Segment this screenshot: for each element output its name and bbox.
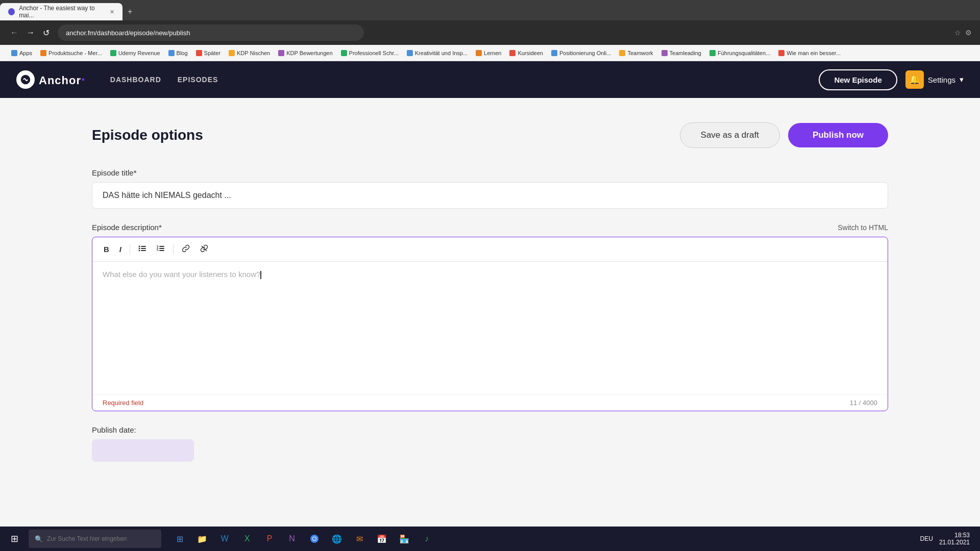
tab-title: Anchor - The easiest way to mai... bbox=[19, 5, 106, 19]
bookmark-4[interactable]: Später bbox=[193, 49, 224, 57]
taskbar-search-input[interactable] bbox=[47, 535, 149, 542]
page-header: Episode options Save as a draft Publish … bbox=[92, 122, 888, 148]
settings-icon: 🔔 bbox=[905, 70, 924, 89]
bookmark-button[interactable]: ☆ bbox=[954, 29, 961, 37]
publish-date-input[interactable] bbox=[92, 439, 194, 462]
svg-text:3.: 3. bbox=[157, 248, 159, 252]
italic-button[interactable]: I bbox=[115, 243, 126, 256]
bookmark-11[interactable]: Positionierung Onli... bbox=[548, 49, 615, 57]
logo-text: Anchor· bbox=[39, 71, 86, 88]
settings-label: Settings bbox=[928, 76, 955, 84]
taskbar-app-store[interactable]: 🏪 bbox=[394, 529, 414, 549]
nav-links: DASHBOARD EPISODES bbox=[110, 76, 218, 84]
description-editor[interactable]: B I 1. 2. 3. bbox=[92, 237, 888, 411]
publish-date-label: Publish date: bbox=[92, 425, 888, 434]
nav-episodes[interactable]: EPISODES bbox=[178, 76, 218, 84]
app-logo[interactable]: Anchor· bbox=[16, 70, 86, 89]
episode-title-group: Episode title* bbox=[92, 168, 888, 209]
taskbar-app-onenote[interactable]: N bbox=[282, 529, 302, 549]
address-bar-input[interactable] bbox=[58, 24, 364, 41]
taskbar-app-powerpoint[interactable]: P bbox=[259, 529, 280, 549]
taskbar-date-display: 21.01.2021 bbox=[939, 539, 970, 546]
switch-html-button[interactable]: Switch to HTML bbox=[838, 223, 888, 232]
svg-point-1 bbox=[139, 246, 140, 247]
description-editor-body[interactable]: What else do you want your listeners to … bbox=[92, 262, 888, 394]
svg-point-3 bbox=[139, 248, 140, 249]
new-tab-button[interactable]: + bbox=[122, 7, 137, 16]
taskbar-app-calendar[interactable]: 📅 bbox=[372, 529, 392, 549]
svg-line-13 bbox=[202, 246, 207, 251]
browser-chrome: Anchor - The easiest way to mai... ✕ + ←… bbox=[0, 0, 980, 61]
bookmark-15[interactable]: Wie man ein besser... bbox=[775, 49, 844, 57]
toolbar-divider-2 bbox=[173, 244, 174, 255]
episode-description-group: Episode description* Switch to HTML B I bbox=[92, 223, 888, 411]
browser-address-bar: ← → ↺ ☆ ⚙ bbox=[0, 20, 980, 45]
nav-dashboard[interactable]: DASHBOARD bbox=[110, 76, 161, 84]
episode-title-label: Episode title* bbox=[92, 168, 888, 177]
bookmark-1[interactable]: Produktsuche - Mer... bbox=[37, 49, 105, 57]
link-button[interactable] bbox=[178, 242, 194, 256]
taskbar-app-chrome[interactable] bbox=[304, 529, 325, 549]
svg-rect-8 bbox=[159, 246, 164, 247]
header-actions: Save as a draft Publish now bbox=[680, 122, 888, 148]
required-field-label: Required field bbox=[103, 399, 143, 407]
bookmark-9[interactable]: Lernen bbox=[473, 49, 504, 57]
bookmarks-bar: Apps Produktsuche - Mer... Udemy Revenue… bbox=[0, 45, 980, 61]
taskbar-apps: ⊞ 📁 W X P N 🌐 ✉ 📅 🏪 ♪ bbox=[169, 529, 437, 549]
bookmark-3[interactable]: Blog bbox=[165, 49, 191, 57]
toolbar-divider-1 bbox=[130, 244, 130, 255]
bookmark-2[interactable]: Udemy Revenue bbox=[107, 49, 163, 57]
browser-tab-active[interactable]: Anchor - The easiest way to mai... ✕ bbox=[0, 3, 122, 20]
episode-title-input[interactable] bbox=[92, 182, 888, 209]
main-content: Episode options Save as a draft Publish … bbox=[0, 98, 980, 551]
taskbar-app-explorer[interactable]: 📁 bbox=[192, 529, 212, 549]
page-title: Episode options bbox=[92, 127, 203, 143]
tab-favicon bbox=[8, 8, 15, 15]
tab-close-button[interactable]: ✕ bbox=[110, 9, 114, 15]
taskbar-app-excel[interactable]: X bbox=[237, 529, 257, 549]
new-episode-button[interactable]: New Episode bbox=[819, 69, 897, 90]
bold-button[interactable]: B bbox=[100, 243, 113, 256]
taskbar-right: DEU 18:53 21.01.2021 bbox=[920, 532, 976, 546]
bookmark-10[interactable]: Kursideen bbox=[506, 49, 546, 57]
nav-right: New Episode 🔔 Settings ▾ bbox=[819, 69, 964, 90]
settings-button[interactable]: 🔔 Settings ▾ bbox=[905, 70, 964, 89]
browser-tab-bar: Anchor - The easiest way to mai... ✕ + bbox=[0, 0, 980, 20]
taskbar-search[interactable]: 🔍 bbox=[29, 530, 161, 548]
svg-rect-2 bbox=[141, 246, 146, 247]
svg-point-5 bbox=[139, 250, 140, 252]
back-button[interactable]: ← bbox=[8, 26, 20, 39]
save-draft-button[interactable]: Save as a draft bbox=[680, 122, 780, 148]
taskbar: ⊞ 🔍 ⊞ 📁 W X P N 🌐 ✉ 📅 🏪 ♪ DEU 18:53 21.0… bbox=[0, 527, 980, 551]
ordered-list-button[interactable]: 1. 2. 3. bbox=[153, 242, 169, 256]
taskbar-app-spotify[interactable]: ♪ bbox=[416, 529, 437, 549]
bookmark-7[interactable]: Professionell Schr... bbox=[338, 49, 402, 57]
bookmark-teamwork[interactable]: Teamwork bbox=[616, 49, 656, 57]
bookmark-8[interactable]: Kreativität und Insp... bbox=[404, 49, 471, 57]
settings-chevron-icon: ▾ bbox=[960, 75, 964, 84]
taskbar-app-edge[interactable]: 🌐 bbox=[327, 529, 347, 549]
reload-button[interactable]: ↺ bbox=[41, 26, 52, 40]
bookmark-13[interactable]: Teamleading bbox=[658, 49, 704, 57]
bookmark-apps[interactable]: Apps bbox=[8, 49, 35, 57]
svg-rect-12 bbox=[159, 250, 164, 251]
bookmark-14[interactable]: Führungsqualitäten... bbox=[706, 49, 773, 57]
editor-footer: Required field 11 / 4000 bbox=[92, 394, 888, 411]
search-icon: 🔍 bbox=[35, 535, 43, 543]
unordered-list-button[interactable] bbox=[134, 242, 151, 256]
taskbar-app-taskview[interactable]: ⊞ bbox=[169, 529, 190, 549]
taskbar-time-display: 18:53 bbox=[939, 532, 970, 539]
publish-date-group: Publish date: bbox=[92, 425, 888, 462]
unlink-button[interactable] bbox=[196, 242, 212, 256]
forward-button[interactable]: → bbox=[24, 26, 37, 39]
bookmark-6[interactable]: KDP Bewertungen bbox=[275, 49, 335, 57]
taskbar-app-email[interactable]: ✉ bbox=[349, 529, 370, 549]
episode-description-label: Episode description* bbox=[92, 223, 162, 232]
svg-rect-4 bbox=[141, 248, 146, 249]
extensions-button[interactable]: ⚙ bbox=[965, 29, 972, 37]
bookmark-5[interactable]: KDP Nischen bbox=[226, 49, 273, 57]
editor-toolbar: B I 1. 2. 3. bbox=[92, 237, 888, 262]
taskbar-app-word[interactable]: W bbox=[214, 529, 235, 549]
publish-now-button[interactable]: Publish now bbox=[788, 123, 888, 147]
windows-start-button[interactable]: ⊞ bbox=[4, 529, 24, 549]
